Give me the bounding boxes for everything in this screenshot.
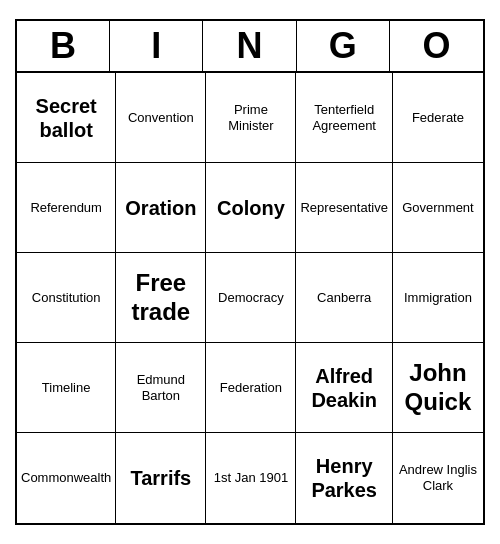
cell-r2-c0: Constitution	[17, 253, 116, 343]
header-letter: G	[297, 21, 390, 71]
cell-r3-c0: Timeline	[17, 343, 116, 433]
header-letter: N	[203, 21, 296, 71]
cell-r2-c4: Immigration	[393, 253, 483, 343]
cell-r3-c4: John Quick	[393, 343, 483, 433]
cell-r4-c0: Commonwealth	[17, 433, 116, 523]
cell-r3-c2: Federation	[206, 343, 296, 433]
cell-r4-c4: Andrew Inglis Clark	[393, 433, 483, 523]
cell-r2-c3: Canberra	[296, 253, 392, 343]
cell-r0-c2: Prime Minister	[206, 73, 296, 163]
header-letter: I	[110, 21, 203, 71]
cell-r2-c1: Free trade	[116, 253, 206, 343]
cell-r4-c1: Tarrifs	[116, 433, 206, 523]
cell-r1-c3: Representative	[296, 163, 392, 253]
cell-r4-c2: 1st Jan 1901	[206, 433, 296, 523]
cell-r2-c2: Democracy	[206, 253, 296, 343]
cell-r4-c3: Henry Parkes	[296, 433, 392, 523]
cell-r3-c1: Edmund Barton	[116, 343, 206, 433]
cell-r0-c3: Tenterfield Agreement	[296, 73, 392, 163]
cell-r3-c3: Alfred Deakin	[296, 343, 392, 433]
cell-r0-c4: Federate	[393, 73, 483, 163]
cell-r1-c1: Oration	[116, 163, 206, 253]
bingo-grid: Secret ballotConventionPrime MinisterTen…	[17, 73, 483, 523]
header-letter: B	[17, 21, 110, 71]
cell-r1-c0: Referendum	[17, 163, 116, 253]
bingo-header: BINGO	[17, 21, 483, 73]
header-letter: O	[390, 21, 483, 71]
bingo-card: BINGO Secret ballotConventionPrime Minis…	[15, 19, 485, 525]
cell-r1-c4: Government	[393, 163, 483, 253]
cell-r0-c1: Convention	[116, 73, 206, 163]
cell-r1-c2: Colony	[206, 163, 296, 253]
cell-r0-c0: Secret ballot	[17, 73, 116, 163]
